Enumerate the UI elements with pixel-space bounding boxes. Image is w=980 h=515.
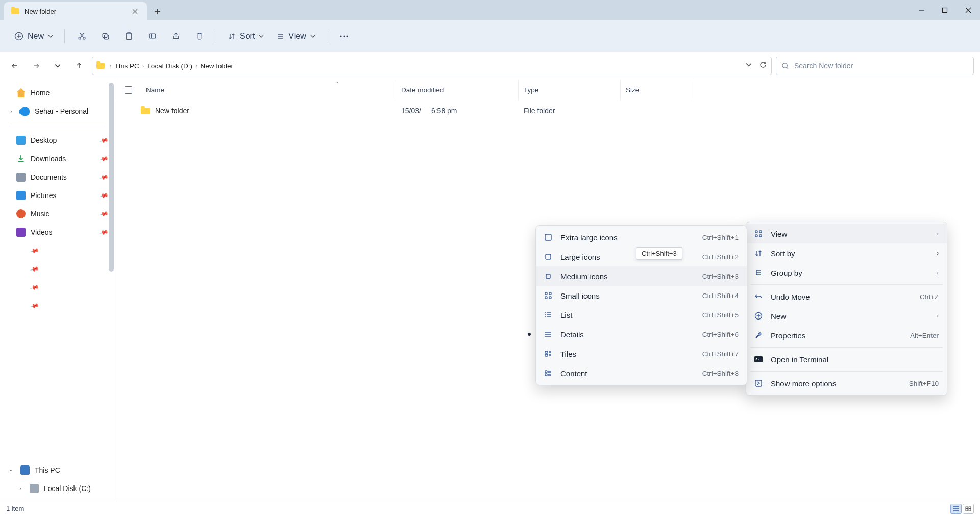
sidebar-item-documents[interactable]: Documents 📌 [2,168,113,186]
delete-button[interactable] [188,27,210,45]
pin-icon[interactable]: 📌 [99,209,109,219]
folder-icon [96,63,105,69]
address-history-button[interactable] [746,61,752,71]
ctx-properties[interactable]: Properties Alt+Enter [746,326,947,345]
ctx-undo[interactable]: Undo Move Ctrl+Z [746,287,947,306]
sidebar-scrollbar[interactable] [109,83,114,272]
pin-icon[interactable]: 📌 [99,172,109,182]
viewopt-label: Small icons [560,291,600,300]
viewopt-shortcut: Ctrl+Shift+6 [702,331,739,338]
viewopt-extra-large[interactable]: Extra large icons Ctrl+Shift+1 [536,228,747,247]
column-header-name[interactable]: Name [141,80,396,101]
sidebar-item-pinned[interactable]: 📌 [2,241,113,260]
view-button[interactable]: View [271,27,320,45]
copy-button[interactable] [94,27,116,45]
svg-rect-18 [754,356,763,362]
viewopt-label: Tiles [560,350,576,358]
tab-close-button[interactable] [128,4,142,18]
sidebar-item-pinned[interactable]: 📌 [2,260,113,278]
column-header-size[interactable]: Size [621,80,692,101]
sort-indicator-icon: ⌃ [335,81,339,86]
viewopt-details[interactable]: Details Ctrl+Shift+6 [536,325,747,344]
viewopt-content[interactable]: Content Ctrl+Shift+8 [536,363,747,383]
chevron-right-icon[interactable]: › [16,485,24,492]
ctx-view[interactable]: View › [746,224,947,243]
pin-icon: 📌 [30,246,40,256]
sidebar-item-music[interactable]: Music 📌 [2,205,113,223]
viewopt-small[interactable]: Small icons Ctrl+Shift+4 [536,286,747,305]
maximize-icon [942,7,948,13]
more-button[interactable] [333,27,355,45]
up-button[interactable] [70,57,88,75]
recent-dropdown-button[interactable] [49,57,66,75]
minimize-button[interactable] [910,0,933,20]
sidebar-item-home[interactable]: Home [2,84,113,102]
sidebar-item-pinned[interactable]: 📌 [2,278,113,297]
column-header-type[interactable]: Type [519,80,621,101]
search-input[interactable] [794,62,968,70]
select-all-checkbox[interactable] [115,86,141,94]
breadcrumb-thispc[interactable]: This PC [115,62,139,70]
back-button[interactable] [6,57,23,75]
pin-icon[interactable]: 📌 [99,135,109,145]
sidebar-item-downloads[interactable]: Downloads 📌 [2,150,113,168]
pin-icon[interactable]: 📌 [99,154,109,164]
ctx-groupby[interactable]: Group by › [746,263,947,282]
download-icon [16,154,26,163]
ctx-more-options[interactable]: Show more options Shift+F10 [746,374,947,393]
forward-button[interactable] [28,57,45,75]
refresh-button[interactable] [759,61,767,71]
viewopt-shortcut: Ctrl+Shift+4 [702,292,739,300]
paste-button[interactable] [118,27,139,45]
pin-icon[interactable]: 📌 [99,227,109,237]
search-box[interactable] [776,57,974,75]
viewopt-tiles[interactable]: Tiles Ctrl+Shift+7 [536,344,747,363]
breadcrumb-drive[interactable]: Local Disk (D:) [147,62,192,70]
sidebar-item-desktop[interactable]: Desktop 📌 [2,131,113,150]
breadcrumb-folder[interactable]: New folder [201,62,234,70]
sidebar-item-onedrive[interactable]: › Sehar - Personal [2,102,113,120]
pin-icon[interactable]: 📌 [99,190,109,201]
new-tab-button[interactable] [147,2,167,20]
sidebar-item-localc[interactable]: › Local Disk (C:) [2,479,113,498]
grid-icon [965,506,971,511]
column-header-date[interactable]: Date modified [396,80,519,101]
thumbnails-view-button[interactable] [963,504,974,514]
file-date-1: 15/03/ [401,107,421,115]
square-icon [543,253,553,261]
sidebar-item-videos[interactable]: Videos 📌 [2,223,113,241]
ctx-sortby[interactable]: Sort by › [746,243,947,263]
desktop-icon [16,136,26,145]
sort-button[interactable]: Sort [223,27,269,45]
svg-rect-16 [760,235,762,237]
file-row[interactable]: New folder 15/03/ 6:58 pm File folder [115,101,980,120]
share-button[interactable] [165,27,186,45]
svg-rect-15 [755,235,757,237]
cut-button[interactable] [71,27,92,45]
ctx-terminal[interactable]: Open in Terminal [746,350,947,369]
close-window-button[interactable] [957,0,980,20]
chevron-right-icon[interactable]: › [7,108,15,114]
ctx-new[interactable]: New › [746,306,947,326]
ctx-separator [750,347,943,348]
pin-icon: 📌 [30,264,40,274]
details-view-button[interactable] [950,504,962,514]
viewopt-label: Content [560,369,587,378]
sidebar-label: Desktop [31,136,57,144]
view-label: View [288,32,306,41]
window-tab[interactable]: New folder [4,2,147,20]
rename-button[interactable] [141,27,163,45]
viewopt-medium[interactable]: Medium icons Ctrl+Shift+3 [536,266,747,286]
sidebar-item-pinned[interactable]: 📌 [2,297,113,315]
sidebar-item-thispc[interactable]: › This PC [2,461,113,479]
address-bar[interactable]: › This PC › Local Disk (D:) › New folder [92,57,772,75]
viewopt-list[interactable]: List Ctrl+Shift+5 [536,305,747,325]
sidebar-item-pictures[interactable]: Pictures 📌 [2,186,113,205]
file-list-pane[interactable]: Name ⌃ Date modified Type Size New folde… [115,80,980,502]
svg-rect-14 [760,231,762,233]
ctx-shortcut: Ctrl+Z [920,293,939,301]
new-button[interactable]: New [9,27,58,45]
maximize-button[interactable] [933,0,957,20]
chevron-down-icon[interactable]: › [8,466,14,474]
details-icon [953,506,959,511]
